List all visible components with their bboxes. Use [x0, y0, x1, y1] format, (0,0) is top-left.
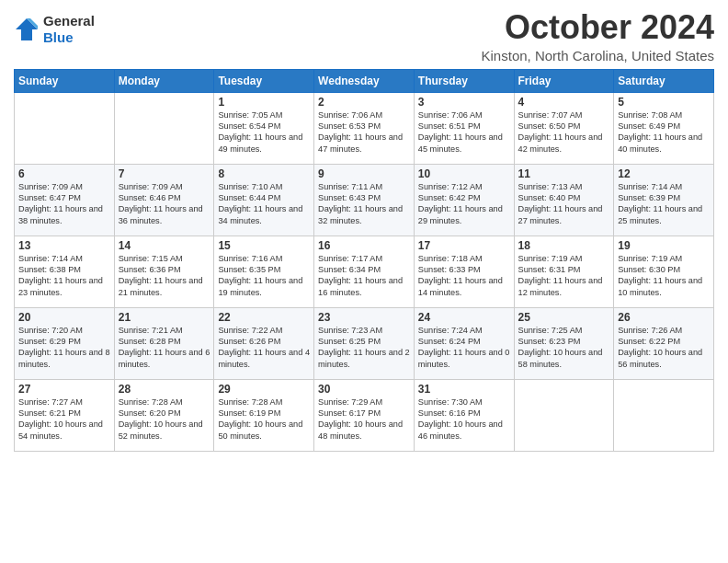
calendar-cell: 21Sunrise: 7:21 AMSunset: 6:28 PMDayligh… — [114, 307, 214, 379]
day-header-tuesday: Tuesday — [214, 69, 314, 92]
calendar-cell — [514, 379, 614, 451]
cell-text: Sunrise: 7:19 AMSunset: 6:31 PMDaylight:… — [518, 253, 610, 299]
cell-text: Sunrise: 7:20 AMSunset: 6:29 PMDaylight:… — [18, 325, 110, 371]
day-number: 13 — [18, 239, 110, 252]
day-number: 6 — [18, 167, 110, 180]
calendar-cell: 24Sunrise: 7:24 AMSunset: 6:24 PMDayligh… — [414, 307, 514, 379]
week-row-3: 13Sunrise: 7:14 AMSunset: 6:38 PMDayligh… — [15, 236, 714, 307]
calendar-cell: 13Sunrise: 7:14 AMSunset: 6:38 PMDayligh… — [15, 236, 115, 307]
calendar-cell: 10Sunrise: 7:12 AMSunset: 6:42 PMDayligh… — [414, 164, 514, 236]
cell-text: Sunrise: 7:27 AMSunset: 6:21 PMDaylight:… — [18, 396, 110, 442]
cell-text: Sunrise: 7:17 AMSunset: 6:34 PMDaylight:… — [318, 253, 410, 299]
week-row-5: 27Sunrise: 7:27 AMSunset: 6:21 PMDayligh… — [15, 379, 714, 451]
day-number: 4 — [518, 96, 610, 109]
calendar-table: SundayMondayTuesdayWednesdayThursdayFrid… — [14, 69, 714, 452]
day-number: 8 — [218, 167, 310, 180]
cell-text: Sunrise: 7:21 AMSunset: 6:28 PMDaylight:… — [119, 325, 210, 371]
day-number: 2 — [318, 96, 410, 109]
calendar-cell: 7Sunrise: 7:09 AMSunset: 6:46 PMDaylight… — [114, 164, 214, 236]
calendar-cell — [114, 92, 214, 164]
calendar-cell: 6Sunrise: 7:09 AMSunset: 6:47 PMDaylight… — [15, 164, 115, 236]
cell-text: Sunrise: 7:28 AMSunset: 6:20 PMDaylight:… — [119, 396, 210, 442]
day-number: 30 — [318, 383, 410, 396]
cell-text: Sunrise: 7:07 AMSunset: 6:50 PMDaylight:… — [518, 109, 610, 155]
day-number: 28 — [119, 383, 210, 396]
cell-text: Sunrise: 7:26 AMSunset: 6:22 PMDaylight:… — [618, 325, 710, 371]
calendar-cell: 27Sunrise: 7:27 AMSunset: 6:21 PMDayligh… — [15, 379, 115, 451]
day-number: 27 — [18, 383, 110, 396]
cell-text: Sunrise: 7:13 AMSunset: 6:40 PMDaylight:… — [518, 181, 610, 227]
calendar-cell: 25Sunrise: 7:25 AMSunset: 6:23 PMDayligh… — [514, 307, 614, 379]
cell-text: Sunrise: 7:10 AMSunset: 6:44 PMDaylight:… — [218, 181, 310, 227]
calendar-cell: 12Sunrise: 7:14 AMSunset: 6:39 PMDayligh… — [614, 164, 714, 236]
calendar-cell: 15Sunrise: 7:16 AMSunset: 6:35 PMDayligh… — [214, 236, 314, 307]
calendar-cell: 19Sunrise: 7:19 AMSunset: 6:30 PMDayligh… — [614, 236, 714, 307]
cell-text: Sunrise: 7:11 AMSunset: 6:43 PMDaylight:… — [318, 181, 410, 227]
day-number: 16 — [318, 239, 410, 252]
day-number: 7 — [119, 167, 210, 180]
day-header-saturday: Saturday — [614, 69, 714, 92]
day-number: 23 — [318, 311, 410, 324]
day-header-wednesday: Wednesday — [314, 69, 415, 92]
cell-text: Sunrise: 7:12 AMSunset: 6:42 PMDaylight:… — [418, 181, 510, 227]
calendar-cell: 22Sunrise: 7:22 AMSunset: 6:26 PMDayligh… — [214, 307, 314, 379]
cell-text: Sunrise: 7:06 AMSunset: 6:53 PMDaylight:… — [318, 109, 410, 155]
calendar-cell: 18Sunrise: 7:19 AMSunset: 6:31 PMDayligh… — [514, 236, 614, 307]
calendar-cell: 23Sunrise: 7:23 AMSunset: 6:25 PMDayligh… — [314, 307, 415, 379]
cell-text: Sunrise: 7:19 AMSunset: 6:30 PMDaylight:… — [618, 253, 710, 299]
day-number: 22 — [218, 311, 310, 324]
calendar-cell — [614, 379, 714, 451]
calendar-cell: 5Sunrise: 7:08 AMSunset: 6:49 PMDaylight… — [614, 92, 714, 164]
day-number: 17 — [418, 239, 510, 252]
cell-text: Sunrise: 7:18 AMSunset: 6:33 PMDaylight:… — [418, 253, 510, 299]
day-number: 15 — [218, 239, 310, 252]
logo-blue: Blue — [43, 29, 74, 45]
cell-text: Sunrise: 7:30 AMSunset: 6:16 PMDaylight:… — [418, 396, 510, 442]
logo-text: General Blue — [43, 13, 95, 46]
calendar-cell: 28Sunrise: 7:28 AMSunset: 6:20 PMDayligh… — [114, 379, 214, 451]
cell-text: Sunrise: 7:06 AMSunset: 6:51 PMDaylight:… — [418, 109, 510, 155]
day-number: 24 — [418, 311, 510, 324]
day-number: 10 — [418, 167, 510, 180]
day-number: 9 — [318, 167, 410, 180]
cell-text: Sunrise: 7:14 AMSunset: 6:38 PMDaylight:… — [18, 253, 110, 299]
calendar-cell: 16Sunrise: 7:17 AMSunset: 6:34 PMDayligh… — [314, 236, 415, 307]
day-number: 21 — [119, 311, 210, 324]
calendar-cell: 26Sunrise: 7:26 AMSunset: 6:22 PMDayligh… — [614, 307, 714, 379]
day-number: 25 — [518, 311, 610, 324]
calendar-cell: 29Sunrise: 7:28 AMSunset: 6:19 PMDayligh… — [214, 379, 314, 451]
day-number: 29 — [218, 383, 310, 396]
day-header-thursday: Thursday — [414, 69, 514, 92]
cell-text: Sunrise: 7:25 AMSunset: 6:23 PMDaylight:… — [518, 325, 610, 371]
day-number: 12 — [618, 167, 710, 180]
calendar-cell: 4Sunrise: 7:07 AMSunset: 6:50 PMDaylight… — [514, 92, 614, 164]
calendar-cell: 17Sunrise: 7:18 AMSunset: 6:33 PMDayligh… — [414, 236, 514, 307]
calendar-cell: 31Sunrise: 7:30 AMSunset: 6:16 PMDayligh… — [414, 379, 514, 451]
day-header-monday: Monday — [114, 69, 214, 92]
week-row-4: 20Sunrise: 7:20 AMSunset: 6:29 PMDayligh… — [15, 307, 714, 379]
cell-text: Sunrise: 7:08 AMSunset: 6:49 PMDaylight:… — [618, 109, 710, 155]
calendar-cell: 2Sunrise: 7:06 AMSunset: 6:53 PMDaylight… — [314, 92, 415, 164]
cell-text: Sunrise: 7:24 AMSunset: 6:24 PMDaylight:… — [418, 325, 510, 371]
day-number: 19 — [618, 239, 710, 252]
calendar-cell: 11Sunrise: 7:13 AMSunset: 6:40 PMDayligh… — [514, 164, 614, 236]
calendar-cell: 9Sunrise: 7:11 AMSunset: 6:43 PMDaylight… — [314, 164, 415, 236]
day-header-sunday: Sunday — [15, 69, 115, 92]
day-number: 3 — [418, 96, 510, 109]
cell-text: Sunrise: 7:29 AMSunset: 6:17 PMDaylight:… — [318, 396, 410, 442]
cell-text: Sunrise: 7:23 AMSunset: 6:25 PMDaylight:… — [318, 325, 410, 371]
day-number: 14 — [119, 239, 210, 252]
cell-text: Sunrise: 7:09 AMSunset: 6:47 PMDaylight:… — [18, 181, 110, 227]
page: General Blue October 2024 Kinston, North… — [0, 0, 728, 563]
cell-text: Sunrise: 7:16 AMSunset: 6:35 PMDaylight:… — [218, 253, 310, 299]
cell-text: Sunrise: 7:14 AMSunset: 6:39 PMDaylight:… — [618, 181, 710, 227]
day-number: 26 — [618, 311, 710, 324]
day-number: 20 — [18, 311, 110, 324]
calendar-cell: 1Sunrise: 7:05 AMSunset: 6:54 PMDaylight… — [214, 92, 314, 164]
header-row: SundayMondayTuesdayWednesdayThursdayFrid… — [15, 69, 714, 92]
calendar-cell: 8Sunrise: 7:10 AMSunset: 6:44 PMDaylight… — [214, 164, 314, 236]
day-number: 18 — [518, 239, 610, 252]
logo-area: General Blue — [14, 9, 95, 46]
calendar-cell — [15, 92, 115, 164]
logo-general: General — [43, 13, 95, 29]
